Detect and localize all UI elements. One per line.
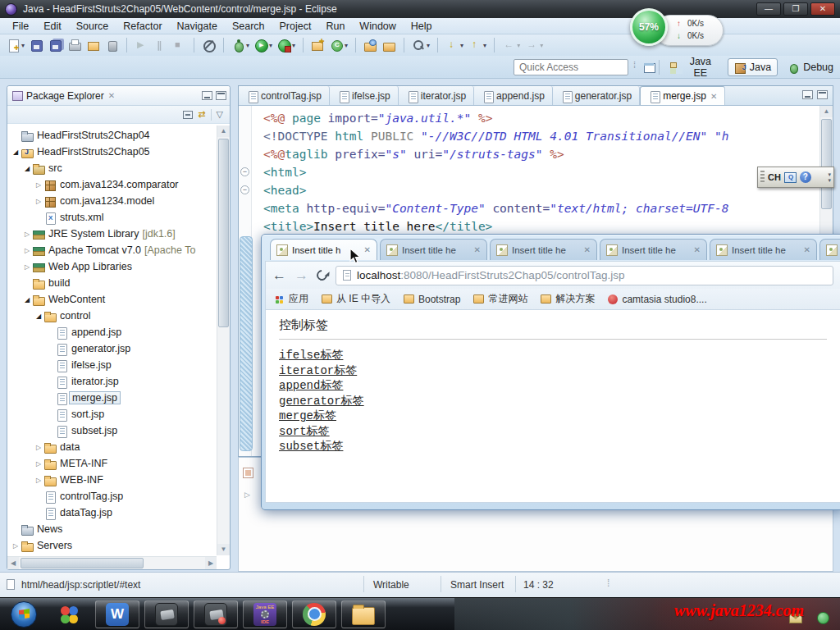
forward-icon[interactable]: → (294, 267, 308, 284)
view-minimize-icon[interactable] (202, 91, 212, 100)
tree-item-servers[interactable]: ▷Servers (7, 537, 217, 554)
code-line[interactable]: <!DOCTYPE html PUBLIC "-//W3C//DTD HTML … (263, 127, 819, 145)
tree-item-struts.xml[interactable]: struts.xml (7, 209, 217, 226)
taskbar-item-app-colors[interactable] (49, 599, 90, 630)
dropdown-arrow-icon[interactable]: ▾ (269, 42, 272, 49)
tree-item-com.java1234.model[interactable]: ▷com.java1234.model (7, 193, 217, 209)
tree-item-generator.jsp[interactable]: generator.jsp (7, 340, 217, 357)
quick-access-input[interactable] (514, 59, 628, 75)
taskbar-item-start[interactable] (3, 599, 44, 630)
resume-button[interactable] (133, 36, 150, 54)
dropdown-arrow-icon[interactable]: ▾ (517, 42, 520, 49)
tree-item-news[interactable]: News (7, 521, 217, 537)
tree-item-controltag.jsp[interactable]: controlTag.jsp (7, 488, 217, 504)
dropdown-arrow-icon[interactable]: ▾ (246, 42, 249, 49)
back-history-button[interactable]: ▾ (500, 36, 522, 54)
scroll-up-icon[interactable]: ▲ (217, 126, 230, 137)
export-button[interactable] (84, 36, 102, 54)
code-line[interactable]: <html> (263, 163, 819, 181)
taskbar-item-wps-writer[interactable]: W (95, 600, 139, 628)
tree-item-jre system library[interactable]: ▷JRE System Library[jdk1.6] (7, 226, 217, 242)
taskbar-item-file-explorer[interactable] (341, 600, 386, 628)
view-maximize-icon[interactable] (216, 91, 226, 100)
tab-close-icon[interactable]: ✕ (710, 92, 717, 101)
taskbar-item-camtasia[interactable] (144, 600, 189, 628)
dropdown-arrow-icon[interactable]: ▾ (483, 42, 486, 49)
bookmark-解决方案[interactable]: 解决方案 (541, 292, 595, 306)
tree-item-ifelse.jsp[interactable]: ifelse.jsp (7, 357, 217, 373)
bookmark-camtasia studio8....[interactable]: camtasia studio8.... (608, 294, 706, 305)
perspective-java-ee[interactable]: Java EE (663, 58, 724, 76)
minimize-button[interactable]: — (756, 2, 781, 16)
save-button[interactable] (28, 36, 45, 54)
new-wizard-button[interactable]: ▾ (5, 36, 26, 54)
expand-icon[interactable]: ▷ (34, 477, 43, 484)
tray-safety-icon[interactable] (817, 612, 829, 624)
editor-tab-merge.jsp[interactable]: merge.jsp✕ (640, 86, 725, 105)
coverage-button[interactable]: ▾ (276, 36, 297, 54)
menu-run[interactable]: Run (318, 19, 352, 34)
bookmark-Bootstrap[interactable]: Bootstrap (404, 294, 460, 305)
close-button[interactable]: ✕ (810, 2, 835, 16)
tab-close-icon[interactable]: ✕ (474, 245, 481, 254)
code-line[interactable]: <%@taglib prefix="s" uri="/struts-tags" … (263, 145, 819, 163)
open-folder-button[interactable] (381, 36, 398, 54)
expand-icon[interactable]: ▷ (22, 247, 32, 254)
run-button[interactable]: ▾ (253, 36, 274, 54)
page-link-subset标签[interactable]: subset标签 (279, 439, 343, 454)
expand-icon[interactable]: ▷ (34, 198, 43, 205)
save-all-button[interactable] (47, 36, 64, 54)
restore-button[interactable]: ❐ (783, 2, 808, 16)
tab-close-icon[interactable]: ✕ (694, 245, 701, 254)
bookmark-应用[interactable]: 应用 (274, 292, 308, 306)
expander-icon[interactable]: ▷ (244, 491, 250, 499)
perspective-debug[interactable]: Debug (781, 58, 840, 76)
collapse-icon[interactable]: ◢ (34, 313, 43, 320)
editor-tab-controlTag.jsp[interactable]: controlTag.jsp (239, 86, 330, 105)
page-link-sort标签[interactable]: sort标签 (279, 424, 330, 440)
tree-item-datatag.jsp[interactable]: dataTag.jsp (7, 504, 217, 521)
dropdown-arrow-icon[interactable]: ▾ (540, 42, 543, 49)
menu-window[interactable]: Window (352, 19, 403, 34)
build-auto-button[interactable] (103, 36, 121, 54)
expand-icon[interactable]: ▷ (34, 181, 43, 189)
page-link-append标签[interactable]: append标签 (279, 378, 343, 394)
tree-item-control[interactable]: ◢control (7, 308, 217, 324)
language-bar[interactable]: CH ? ▾▾ (757, 167, 834, 188)
open-perspective-icon[interactable] (643, 62, 655, 74)
tree-horizontal-scrollbar[interactable]: ◀ ▶ (7, 556, 217, 569)
fold-marker[interactable]: − (240, 185, 249, 194)
code-line[interactable]: <meta http-equiv="Content-Type" content=… (263, 199, 819, 217)
code-line[interactable]: <head> (263, 181, 819, 199)
input-language-label[interactable]: CH (768, 172, 781, 182)
tree-item-merge.jsp[interactable]: merge.jsp (7, 390, 217, 406)
prev-annotation-button[interactable]: ▾ (467, 36, 488, 54)
page-link-merge标签[interactable]: merge标签 (279, 409, 336, 424)
collapse-all-icon[interactable] (183, 111, 193, 119)
skip-breakpoints-button[interactable] (200, 36, 217, 54)
expand-icon[interactable]: ▷ (34, 460, 43, 468)
search-button[interactable]: ▾ (410, 36, 431, 54)
page-link-iterator标签[interactable]: iterator标签 (279, 363, 357, 379)
perspective-java[interactable]: Java (728, 58, 778, 76)
new-java-project-button[interactable] (309, 36, 326, 54)
scroll-left-icon[interactable]: ◀ (7, 557, 19, 569)
tree-item-web app libraries[interactable]: ▷Web App Libraries (7, 258, 217, 275)
view-menu-icon[interactable]: ▽ (217, 109, 223, 120)
menu-file[interactable]: File (5, 19, 36, 34)
tree-item-src[interactable]: ◢src (7, 160, 217, 176)
browser-tab[interactable]: Insert title he✕ (710, 239, 817, 260)
bookmark-常进网站[interactable]: 常进网站 (473, 292, 527, 306)
memory-percent-ball[interactable]: 57% (630, 8, 668, 46)
open-resource-button[interactable] (362, 36, 379, 54)
tree-item-apache tomcat v7.0[interactable]: ▷Apache Tomcat v7.0[Apache To (7, 242, 217, 258)
code-line[interactable]: <%@ page import="java.util.*" %> (263, 109, 819, 127)
problems-view-icon[interactable] (243, 468, 253, 478)
terminate-button[interactable] (171, 36, 188, 54)
collapse-icon[interactable]: ◢ (11, 148, 21, 156)
tree-item-append.jsp[interactable]: append.jsp (7, 324, 217, 340)
pause-button[interactable] (152, 36, 169, 54)
dropdown-arrow-icon[interactable]: ▾ (292, 42, 295, 49)
debug-button[interactable]: ▾ (230, 36, 251, 54)
tree-item-headfirststruts2chap05[interactable]: ◢HeadFirstStruts2Chap05 (7, 144, 217, 160)
